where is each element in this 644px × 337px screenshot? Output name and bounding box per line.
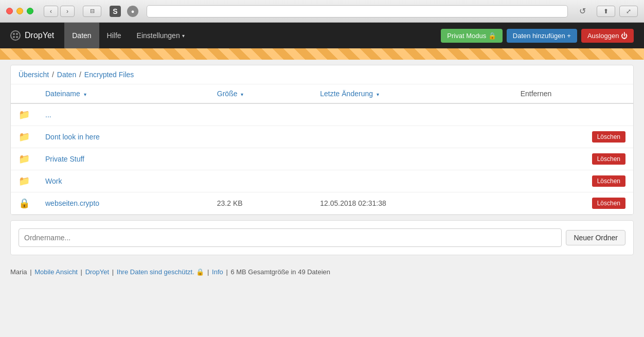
loschen-button[interactable]: Löschen [592,198,625,209]
row-icon-cell: 📁 [11,148,38,170]
ausloggen-button[interactable]: Ausloggen ⏻ [581,29,634,43]
row-date-cell [312,148,512,170]
folder-icon: 📁 [19,110,30,120]
brand: DropYet [10,30,54,41]
loschen-button[interactable]: Löschen [592,131,625,143]
row-name-cell: Dont look in here [38,126,209,148]
maximize-button[interactable] [27,8,33,14]
file-link[interactable]: ... [45,111,51,119]
table-row: 📁 ... [11,103,633,126]
tab-button[interactable]: ⊟ [83,6,101,17]
footer-mobile-ansicht[interactable]: Mobile Ansicht [34,268,78,276]
page-wrapper: DropYet Daten Hilfe Einstellungen ▾ Priv… [0,23,644,337]
titlebar: ‹ › ⊟ S ● ↺ ⬆ ⤢ [0,0,644,23]
traffic-lights [6,8,33,14]
breadcrumb-encrypted[interactable]: Encrypted Files [84,70,134,79]
th-dateiname-label: Dateiname [45,90,80,98]
table-row: 📁 Private Stuff Löschen [11,148,633,170]
row-action-cell: Löschen [513,192,633,215]
file-link[interactable]: Work [45,177,62,185]
footer-stats: 6 MB Gesamtgröße in 49 Dateien [230,268,330,276]
th-dateiname[interactable]: Dateiname ▾ [38,84,209,103]
table-row: 📁 Dont look in here Löschen [11,126,633,148]
table-row: 📁 Work Löschen [11,170,633,192]
navbar-right: Privat Modus 🔒 Daten hinzufügen + Auslog… [441,29,634,43]
nav-hilfe[interactable]: Hilfe [99,23,129,48]
row-name-cell: ... [38,103,209,126]
row-icon-cell: 📁 [11,103,38,126]
daten-hinzufugen-button[interactable]: Daten hinzufügen + [507,29,577,43]
neuer-ordner-button[interactable]: Neuer Ordner [566,230,625,245]
minimize-button[interactable] [16,8,23,14]
titlebar-right: ⬆ ⤢ [597,6,638,17]
footer-protected-link[interactable]: Ihre Daten sind geschützt. 🔒 [117,268,205,276]
back-button[interactable]: ‹ [44,6,58,17]
row-action-cell [513,103,633,126]
row-size-cell [209,126,312,148]
nav-einstellungen-label: Einstellungen [137,31,180,40]
share-button[interactable]: ⬆ [597,6,615,17]
nav-links: Daten Hilfe Einstellungen ▾ [64,23,192,48]
warning-stripe [0,48,644,60]
loschen-button[interactable]: Löschen [592,153,625,165]
sort-dateiname-icon: ▾ [84,92,86,97]
folder-icon: 📁 [19,132,30,142]
breadcrumb-daten[interactable]: Daten [57,70,76,79]
folder-name-input[interactable] [19,228,562,247]
row-date-cell [312,103,512,126]
file-link[interactable]: webseiten.crypto [45,199,99,207]
breadcrumb-sep-1: / [52,70,54,79]
fullscreen-button[interactable]: ⤢ [619,6,638,17]
file-link[interactable]: Private Stuff [45,155,84,163]
table-row: 🔒 webseiten.crypto 23.2 KB 12.05.2018 02… [11,192,633,215]
row-date-cell [312,126,512,148]
nav-einstellungen[interactable]: Einstellungen ▾ [129,23,192,48]
dropdown-arrow-icon: ▾ [182,33,185,39]
row-date-cell [312,170,512,192]
reload-button[interactable]: ↺ [576,5,588,17]
row-name-cell: Work [38,170,209,192]
row-name-cell: Private Stuff [38,148,209,170]
close-button[interactable] [6,8,13,14]
lock-icon: 🔒 [19,198,30,208]
row-icon-cell: 📁 [11,170,38,192]
th-letzte-label: Letzte Änderung [320,90,373,98]
nav-buttons: ‹ › [44,6,75,17]
address-bar[interactable] [147,5,568,17]
footer-user: Maria [10,268,27,276]
forward-button[interactable]: › [60,6,75,17]
favicon-o: ● [127,6,138,17]
th-grosse-label: Größe [217,90,238,98]
row-action-cell: Löschen [513,126,633,148]
th-grosse[interactable]: Größe ▾ [209,84,312,103]
favicon-s: S [110,6,121,17]
row-action-cell: Löschen [513,170,633,192]
sort-grosse-icon: ▾ [241,92,243,97]
shield-icon: 🔒 [196,268,204,276]
footer: Maria | Mobile Ansicht | DropYet | Ihre … [0,260,644,283]
nav-daten[interactable]: Daten [64,23,99,48]
privat-modus-button[interactable]: Privat Modus 🔒 [441,29,502,43]
breadcrumb-sep-2: / [79,70,81,79]
row-size-cell [209,148,312,170]
row-icon-cell: 🔒 [11,192,38,215]
content-area: Übersicht / Daten / Encrypted Files Date… [10,65,634,215]
brand-icon [10,30,21,41]
row-date-cell: 12.05.2018 02:31:38 [312,192,512,215]
loschen-button[interactable]: Löschen [592,175,625,187]
row-size-cell: 23.2 KB [209,192,312,215]
breadcrumb-ubersicht[interactable]: Übersicht [19,70,49,79]
file-link[interactable]: Dont look in here [45,133,100,141]
new-folder-area: Neuer Ordner [10,220,634,255]
footer-dropyet-link[interactable]: DropYet [85,268,110,276]
row-size-cell [209,103,312,126]
row-icon-cell: 📁 [11,126,38,148]
footer-info-link[interactable]: Info [212,268,223,276]
folder-icon: 📁 [19,176,30,186]
th-entfernen: Entfernen [513,84,633,103]
th-letzte[interactable]: Letzte Änderung ▾ [312,84,512,103]
th-icon [11,84,38,103]
sort-letzte-icon: ▾ [377,92,379,97]
row-size-cell [209,170,312,192]
file-table: Dateiname ▾ Größe ▾ Letzte Änderung ▾ En… [11,84,633,215]
